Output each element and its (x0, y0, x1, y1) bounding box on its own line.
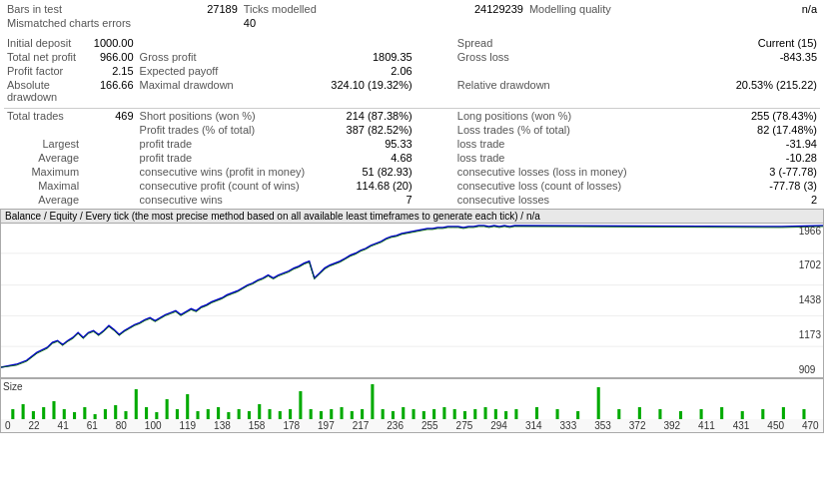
svg-rect-54 (535, 407, 538, 419)
mismatch-label: Mismatched charts errors (4, 16, 241, 30)
size-label: Size (3, 381, 22, 392)
x-0: 0 (5, 420, 11, 431)
svg-rect-32 (299, 391, 302, 419)
gross-profit-label: Gross profit (137, 50, 309, 64)
svg-rect-22 (196, 411, 199, 419)
max-consec-losses-label: consecutive losses (loss in money) (454, 165, 630, 179)
x-80: 80 (116, 420, 127, 431)
svg-rect-4 (11, 409, 14, 419)
y-value-1: 1966 (799, 226, 821, 237)
svg-rect-53 (514, 409, 517, 419)
chart-title: Balance / Equity / Every tick (the most … (1, 210, 823, 224)
avg-loss-value: -10.28 (733, 151, 820, 165)
avg-consec-wins-label: consecutive wins (137, 193, 309, 207)
svg-rect-24 (217, 407, 220, 419)
x-333: 333 (560, 420, 577, 431)
svg-rect-7 (42, 407, 45, 419)
svg-rect-38 (361, 409, 364, 419)
avg-loss-label: loss trade (454, 151, 630, 165)
x-450: 450 (767, 420, 784, 431)
x-236: 236 (387, 420, 404, 431)
max-consec-profit-value: 114.68 (20) (308, 179, 414, 193)
svg-rect-55 (556, 409, 559, 419)
svg-rect-28 (258, 404, 261, 419)
svg-rect-60 (658, 409, 661, 419)
avg-consec-label: Average (4, 193, 82, 207)
gross-loss-label: Gross loss (454, 50, 630, 64)
svg-rect-66 (782, 407, 785, 419)
short-pos-value: 214 (87.38%) (308, 108, 414, 123)
profit-factor-value: 2.15 (82, 64, 137, 78)
svg-rect-41 (392, 411, 395, 419)
x-axis: 0 22 41 61 80 100 119 138 158 178 197 21… (1, 419, 823, 432)
net-profit-label: Total net profit (4, 50, 82, 64)
balance-chart (1, 224, 823, 377)
svg-rect-35 (330, 409, 333, 419)
svg-rect-27 (248, 411, 251, 419)
svg-rect-39 (371, 384, 374, 419)
rel-drawdown-value: 20.53% (215.22) (733, 78, 820, 104)
avg-consec-losses-label: consecutive losses (454, 193, 630, 207)
x-217: 217 (353, 420, 370, 431)
svg-rect-25 (227, 412, 230, 419)
avg-profit-label: profit trade (137, 151, 309, 165)
bars-value: 27189 (152, 2, 241, 16)
profit-factor-label: Profit factor (4, 64, 82, 78)
profit-trades-label: Profit trades (% of total) (137, 123, 309, 137)
svg-rect-45 (432, 409, 435, 419)
chart-container: Balance / Equity / Every tick (the most … (0, 209, 824, 433)
svg-rect-6 (32, 411, 35, 419)
gross-loss-value: -843.35 (733, 50, 820, 64)
svg-rect-65 (761, 409, 764, 419)
svg-rect-14 (114, 405, 117, 419)
expected-payoff-label: Expected payoff (137, 64, 309, 78)
svg-rect-19 (166, 399, 169, 419)
short-pos-label: Short positions (won %) (137, 108, 309, 123)
svg-rect-44 (422, 411, 425, 419)
y-value-3: 1438 (799, 294, 821, 305)
svg-rect-59 (638, 407, 641, 419)
ticks-value: 24129239 (446, 2, 526, 16)
svg-rect-36 (340, 407, 343, 419)
max-consec-wins-value: 51 (82.93) (308, 165, 414, 179)
svg-rect-49 (473, 409, 476, 419)
x-138: 138 (214, 420, 231, 431)
x-314: 314 (525, 420, 542, 431)
svg-rect-67 (802, 409, 805, 419)
svg-rect-50 (484, 407, 487, 419)
x-158: 158 (249, 420, 266, 431)
rel-drawdown-label: Relative drawdown (454, 78, 630, 104)
size-chart-svg (1, 379, 823, 419)
svg-rect-37 (351, 411, 354, 419)
svg-rect-8 (52, 401, 55, 419)
quality-value: n/a (768, 2, 820, 16)
gross-profit-value: 1809.35 (308, 50, 414, 64)
max-consec-loss-label: consecutive loss (count of losses) (454, 179, 630, 193)
largest-profit-label: profit trade (137, 137, 309, 151)
x-411: 411 (698, 420, 715, 431)
svg-rect-23 (207, 409, 210, 419)
avg-profit-value: 4.68 (308, 151, 414, 165)
svg-rect-33 (310, 409, 313, 419)
loss-trades-label: Loss trades (% of total) (454, 123, 630, 137)
maximal-label: Maximal (4, 179, 82, 193)
initial-deposit-value: 1000.00 (82, 36, 137, 50)
total-trades-value: 469 (82, 108, 137, 123)
profit-trades-value: 387 (82.52%) (308, 123, 414, 137)
x-197: 197 (318, 420, 335, 431)
abs-drawdown-value: 166.66 (82, 78, 137, 104)
svg-rect-52 (504, 411, 507, 419)
x-275: 275 (456, 420, 473, 431)
largest-loss-label: loss trade (454, 137, 630, 151)
x-294: 294 (490, 420, 507, 431)
svg-rect-43 (412, 409, 415, 419)
main-chart-area: 1966 1702 1438 1173 909 (1, 224, 823, 378)
svg-rect-48 (463, 411, 466, 419)
x-372: 372 (629, 420, 646, 431)
svg-rect-11 (83, 407, 86, 419)
quality-label: Modelling quality (526, 2, 739, 16)
mismatch-value: 40 (241, 16, 432, 30)
chart-y-axis: 1966 1702 1438 1173 909 (799, 224, 821, 377)
svg-rect-21 (186, 394, 189, 419)
svg-rect-13 (104, 409, 107, 419)
